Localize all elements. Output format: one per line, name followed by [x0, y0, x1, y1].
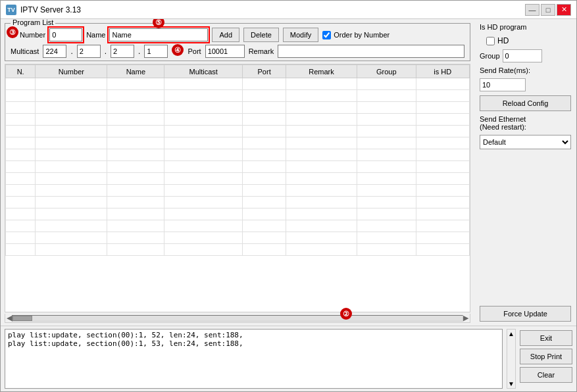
add-button[interactable]: Add	[212, 28, 239, 42]
table-row	[6, 161, 470, 173]
port-input[interactable]	[205, 45, 245, 58]
horizontal-scrollbar-row: ◀ ▶	[5, 314, 470, 323]
right-panel: Is HD program HD Group Send Rate(ms): Re…	[474, 19, 576, 326]
col-remark: Remark	[286, 65, 357, 78]
multicast-octet4[interactable]	[144, 45, 168, 58]
remark-input[interactable]	[278, 45, 464, 58]
hd-label: HD	[497, 36, 509, 45]
badge-5: ⑤	[153, 19, 164, 28]
order-by-number-label[interactable]: Order by Number	[322, 31, 389, 39]
log-line-1: play list:update, section(00):1, 52, len…	[8, 331, 499, 339]
hd-checkbox-row: HD	[486, 36, 571, 45]
close-button[interactable]: ✕	[557, 4, 571, 16]
group-field-row: Group	[480, 49, 571, 62]
spacer	[480, 153, 571, 302]
minimize-button[interactable]: —	[525, 4, 539, 16]
program-table: N. Number Name Multicast Port Remark Gro…	[5, 64, 470, 256]
col-name: Name	[107, 65, 164, 78]
group-input[interactable]	[503, 49, 542, 62]
reload-config-button[interactable]: Reload Config	[480, 95, 571, 111]
scroll-left-arrow[interactable]: ◀	[7, 314, 12, 322]
exit-button[interactable]: Exit	[520, 330, 572, 346]
app-icon: TV	[6, 5, 16, 15]
title-bar-left: TV IPTV Server 3.13	[6, 5, 81, 15]
name-input[interactable]	[109, 28, 208, 41]
table-row	[6, 185, 470, 197]
number-input[interactable]	[49, 28, 82, 41]
delete-button[interactable]: Delete	[243, 28, 279, 42]
table-row	[6, 78, 470, 90]
col-n: N.	[6, 65, 36, 78]
name-label: Name	[86, 31, 105, 39]
horizontal-scrollbar[interactable]	[12, 315, 463, 322]
log-buttons: Exit Stop Print Clear	[520, 329, 572, 389]
maximize-button[interactable]: □	[541, 4, 555, 16]
stop-print-button[interactable]: Stop Print	[520, 349, 572, 364]
table-header-row: N. Number Name Multicast Port Remark Gro…	[6, 65, 470, 78]
table-row	[6, 197, 470, 208]
scrollbar-thumb	[13, 316, 32, 321]
table-row	[6, 114, 470, 126]
left-panel: Program List ③ Number Name ⑤ Add Delete	[1, 19, 474, 326]
badge-2: ②	[340, 308, 352, 320]
force-update-button[interactable]: Force Update	[480, 306, 571, 322]
number-label: Number	[20, 31, 45, 39]
col-group: Group	[357, 65, 416, 78]
badge-4: ④	[172, 44, 184, 56]
multicast-octet3[interactable]	[111, 45, 134, 58]
program-table-container: N. Number Name Multicast Port Remark Gro…	[5, 64, 470, 312]
col-port: Port	[243, 65, 286, 78]
col-number: Number	[36, 65, 107, 78]
table-row	[6, 232, 470, 244]
port-label: Port	[188, 47, 201, 55]
program-list-group: Program List ③ Number Name ⑤ Add Delete	[5, 23, 470, 61]
multicast-octet2[interactable]	[77, 45, 101, 58]
ethernet-dropdown[interactable]: Default	[480, 135, 571, 149]
bottom-section: play list:update, section(00):1, 52, len…	[1, 326, 576, 391]
title-controls: — □ ✕	[525, 4, 571, 16]
table-row	[6, 102, 470, 114]
badge-3: ③	[7, 26, 18, 38]
group-label: Group	[480, 52, 500, 60]
col-multicast: Multicast	[164, 65, 243, 78]
window-title: IPTV Server 3.13	[20, 5, 81, 14]
bottom-row: Multicast . . . ④ Port Remark	[11, 45, 464, 58]
main-content: Program List ③ Number Name ⑤ Add Delete	[1, 19, 576, 326]
program-list-label: Program List	[11, 19, 55, 26]
multicast-octet1[interactable]	[43, 45, 66, 58]
multicast-label: Multicast	[11, 47, 39, 55]
log-vscroll[interactable]: ▲ ▼	[507, 329, 516, 389]
table-row	[6, 173, 470, 185]
top-row: ③ Number Name ⑤ Add Delete Modify Order …	[11, 28, 464, 42]
table-row	[6, 208, 470, 220]
title-bar: TV IPTV Server 3.13 — □ ✕	[1, 1, 576, 19]
send-ethernet-label: Send Ethernet (Need restart):	[480, 115, 571, 131]
log-area: play list:update, section(00):1, 52, len…	[5, 329, 503, 389]
table-row	[6, 90, 470, 102]
table-row	[6, 220, 470, 232]
order-by-number-checkbox[interactable]	[322, 31, 331, 39]
clear-button[interactable]: Clear	[520, 367, 572, 383]
is-hd-label: Is HD program	[480, 23, 571, 31]
hd-checkbox[interactable]	[486, 37, 495, 45]
send-rate-label: Send Rate(ms):	[480, 66, 571, 74]
table-row	[6, 126, 470, 137]
modify-button[interactable]: Modify	[283, 28, 318, 42]
table-row	[6, 149, 470, 161]
main-window: TV IPTV Server 3.13 — □ ✕ Program List ③…	[0, 0, 577, 392]
log-line-2: play list:update, section(00):1, 53, len…	[8, 339, 499, 348]
remark-label: Remark	[249, 47, 274, 55]
scroll-right-arrow[interactable]: ▶	[463, 314, 468, 322]
table-row	[6, 244, 470, 256]
table-row	[6, 137, 470, 149]
col-ishd: is HD	[416, 65, 469, 78]
send-rate-input[interactable]	[480, 78, 526, 91]
